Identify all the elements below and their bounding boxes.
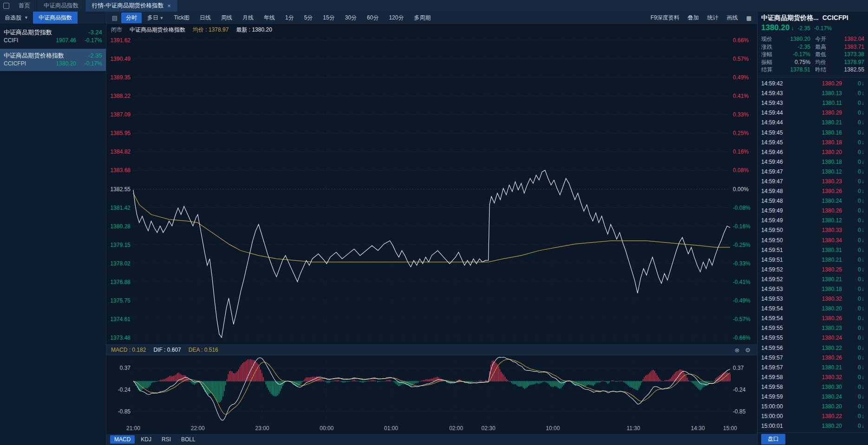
tick-row: 14:59:541380.260↓ xyxy=(761,314,864,323)
draw-line-button[interactable]: 画线 xyxy=(727,14,738,22)
tick-row: 14:59:461380.180↓ xyxy=(761,157,864,167)
stat-value: 1380.20 xyxy=(780,35,810,43)
stat-label: 今开 xyxy=(815,35,829,43)
time-axis-label: 00:00 xyxy=(320,425,333,432)
period-button-label: 5分 xyxy=(304,14,313,21)
period-button[interactable]: 60分 xyxy=(362,13,383,23)
pankou-button[interactable]: 盘口 xyxy=(761,434,785,445)
tick-down-arrow-icon: ↓ xyxy=(861,266,864,273)
close-indicator-icon[interactable]: ⊗ xyxy=(734,347,739,354)
quote-price-row: 1380.20 ↓ -2.35 -0.17% xyxy=(757,23,868,34)
tick-volume: 0↓ xyxy=(851,159,864,165)
tick-down-arrow-icon: ↓ xyxy=(861,139,864,146)
tick-price: 1380.20 xyxy=(791,423,851,429)
tick-volume: 0↓ xyxy=(851,80,864,87)
period-button[interactable]: 日线 xyxy=(195,13,215,23)
tab-rsi[interactable]: RSI xyxy=(157,435,175,444)
tick-time: 14:59:44 xyxy=(761,110,791,116)
tick-volume: 0↓ xyxy=(851,257,864,263)
tab-kdj[interactable]: KDJ xyxy=(137,435,156,444)
tick-volume: 0↓ xyxy=(851,423,864,429)
tick-list[interactable]: 14:59:421380.290↓14:59:431380.130↓14:59:… xyxy=(757,77,868,433)
tick-volume-value: 0 xyxy=(858,423,861,429)
statistics-button[interactable]: 统计 xyxy=(707,14,718,22)
tick-volume-value: 0 xyxy=(858,198,861,204)
tick-time: 14:59:45 xyxy=(761,139,791,146)
tick-volume-value: 0 xyxy=(858,286,861,292)
tick-down-arrow-icon: ↓ xyxy=(861,198,864,204)
tick-price: 1380.24 xyxy=(791,335,851,341)
tick-price: 1380.20 xyxy=(791,305,851,312)
time-axis-label: 22:00 xyxy=(191,425,205,432)
stat-label: 结算 xyxy=(761,66,775,74)
watchlist-group-tab[interactable]: 中证商品指数 xyxy=(33,12,78,24)
period-button[interactable]: 周线 xyxy=(216,13,237,23)
stat-label: 最高 xyxy=(815,43,829,51)
tick-price: 1380.18 xyxy=(791,286,851,292)
tick-volume: 0↓ xyxy=(851,207,864,214)
period-button-label: 多日 xyxy=(147,14,158,21)
overlay-button[interactable]: 叠加 xyxy=(688,14,699,22)
watchlist-item[interactable]: 中证商品期货指数-3.24CCIFI1907.46-0.17% xyxy=(0,26,106,48)
period-button[interactable]: 15分 xyxy=(318,13,339,23)
tick-price: 1380.24 xyxy=(791,393,851,400)
tick-volume: 0↓ xyxy=(851,345,864,351)
tick-row: 15:00:011380.200↓ xyxy=(761,421,864,431)
tick-volume-value: 0 xyxy=(858,168,861,175)
period-button[interactable]: 分时 xyxy=(121,13,142,23)
indicator-settings-icon[interactable]: ⚙ xyxy=(745,347,751,354)
tick-volume: 0↓ xyxy=(851,335,864,341)
tick-down-arrow-icon: ↓ xyxy=(861,384,864,390)
period-button[interactable]: 120分 xyxy=(384,13,408,23)
svg-text:-0.33%: -0.33% xyxy=(733,260,751,267)
main-chart[interactable]: 1391.620.66%1390.490.57%1389.350.49%1388… xyxy=(106,35,757,344)
app-logo-icon[interactable] xyxy=(0,0,12,12)
period-button[interactable]: 1分 xyxy=(281,13,299,23)
stat-value: 1378.97 xyxy=(834,58,864,66)
topbar-tab[interactable]: 首页 xyxy=(12,0,37,12)
topbar-tab[interactable]: 行情-中证商品期货价格指数× xyxy=(85,0,178,12)
tick-time: 14:59:57 xyxy=(761,355,791,361)
tick-time: 14:59:54 xyxy=(761,315,791,322)
tick-down-arrow-icon: ↓ xyxy=(861,168,864,175)
stat-value: 1383.71 xyxy=(834,43,864,51)
tab-boll[interactable]: BOLL xyxy=(177,435,200,444)
tick-time: 15:00:00 xyxy=(761,403,791,410)
period-button[interactable]: 30分 xyxy=(340,13,361,23)
period-button[interactable]: 年线 xyxy=(259,13,280,23)
tick-volume: 0↓ xyxy=(851,305,864,312)
period-button[interactable]: 多周期 xyxy=(409,13,435,23)
tick-volume-value: 0 xyxy=(858,227,861,233)
period-button[interactable]: 月线 xyxy=(238,13,258,23)
tick-volume: 0↓ xyxy=(851,374,864,381)
tick-volume: 0↓ xyxy=(851,129,864,136)
status-last: 最新 : 1380.20 xyxy=(236,26,272,34)
period-buttons: 分时多日 ▼Tick图日线周线月线年线1分5分15分30分60分120分多周期 xyxy=(121,13,435,23)
watchlist-group-dropdown[interactable]: 自选股 ▼ xyxy=(0,12,33,24)
stat-label: 振幅 xyxy=(761,58,775,66)
toolbar-menu-icon[interactable]: ▤ xyxy=(110,14,119,21)
tab-close-icon[interactable]: × xyxy=(167,3,171,9)
tick-row: 14:59:491380.260↓ xyxy=(761,206,864,216)
tick-volume-value: 0 xyxy=(858,276,861,283)
panel-layout-icon[interactable]: ▦ xyxy=(746,15,751,21)
tick-down-arrow-icon: ↓ xyxy=(861,305,864,312)
period-button[interactable]: 5分 xyxy=(300,13,318,23)
macd-header: MACD : 0.182DIF : 0.607DEA : 0.516 ⊗ ⚙ xyxy=(106,344,757,355)
tick-volume: 0↓ xyxy=(851,198,864,204)
tick-volume-value: 0 xyxy=(858,355,861,361)
f9-depth-button[interactable]: F9深度资料 xyxy=(651,14,679,22)
macd-chart[interactable]: 0.370.37-0.24-0.24-0.85-0.85 xyxy=(106,355,757,424)
tick-volume-value: 0 xyxy=(858,413,861,419)
topbar-tab[interactable]: 中证商品指数 xyxy=(37,0,85,12)
period-button[interactable]: 多日 ▼ xyxy=(143,13,168,23)
period-button[interactable]: Tick图 xyxy=(169,13,194,23)
watchlist-item[interactable]: 中证商品期货价格指数-2.35CCICFPI1380.20-0.17% xyxy=(0,49,106,71)
tick-time: 15:00:00 xyxy=(761,413,791,419)
tick-down-arrow-icon: ↓ xyxy=(861,247,864,253)
tick-time: 14:59:49 xyxy=(761,217,791,224)
tick-row: 14:59:531380.320↓ xyxy=(761,294,864,304)
tick-volume-value: 0 xyxy=(858,139,861,146)
tick-row: 14:59:501380.340↓ xyxy=(761,235,864,245)
tab-macd[interactable]: MACD xyxy=(110,435,135,444)
